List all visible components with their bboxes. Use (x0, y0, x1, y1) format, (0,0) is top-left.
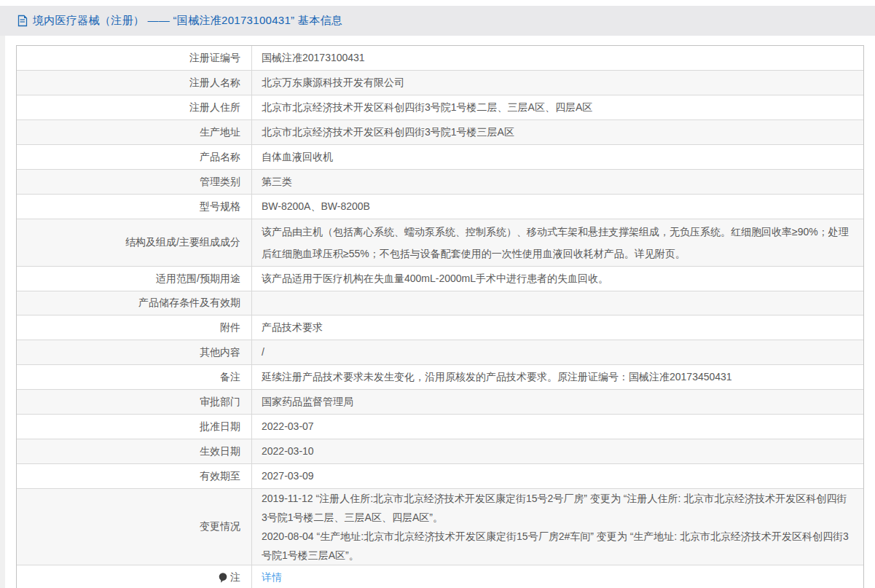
row-label: 备注 (17, 365, 252, 389)
page-title: 境内医疗器械（注册） —— “国械注准20173100431” 基本信息 (33, 14, 342, 28)
row-label: 产品名称 (17, 145, 252, 169)
balloon-icon (219, 573, 227, 584)
row-label-text: 注 (230, 571, 240, 584)
row-value: 该产品由主机（包括离心系统、蠕动泵系统、控制系统）、移动式车架和悬挂支撑架组成，… (252, 219, 863, 266)
table-row-expiry-date: 有效期至 2027-03-09 (17, 464, 863, 489)
row-label: 有效期至 (17, 464, 252, 488)
document-icon (17, 15, 28, 27)
row-value: 2027-03-09 (252, 464, 863, 488)
row-label: 生产地址 (17, 120, 252, 144)
row-label: 其他内容 (17, 340, 252, 364)
row-value: 延续注册产品技术要求未发生变化，沿用原核发的产品技术要求。原注册证编号：国械注准… (252, 365, 863, 389)
row-value: 该产品适用于医疗机构在失血量400mL-2000mL手术中进行患者的失血回收。 (252, 267, 863, 291)
table-row-change-history: 变更情况 2019-11-12 “注册人住所:北京市北京经济技术开发区康定街15… (17, 489, 863, 565)
table-row-other-content: 其他内容 / (17, 340, 863, 365)
row-label: 产品储存条件及有效期 (17, 291, 252, 315)
row-label: 适用范围/预期用途 (17, 267, 252, 291)
table-row-management-class: 管理类别 第三类 (17, 170, 863, 195)
row-label: 型号规格 (17, 195, 252, 219)
table-row-reg-number: 注册证编号 国械注准20173100431 (17, 46, 863, 71)
page-left-strip (0, 6, 5, 588)
table-row-structure-composition: 结构及组成/主要组成成分 该产品由主机（包括离心系统、蠕动泵系统、控制系统）、移… (17, 219, 863, 267)
row-label: 附件 (17, 315, 252, 340)
table-row-approval-date: 批准日期 2022-03-07 (17, 415, 863, 439)
row-label: 结构及组成/主要组成成分 (17, 219, 252, 266)
table-row-product-name: 产品名称 自体血液回收机 (17, 145, 863, 170)
row-value (252, 291, 863, 315)
registration-info-table: 注册证编号 国械注准20173100431 注册人名称 北京万东康源科技开发有限… (16, 45, 864, 588)
table-row-registrant-name: 注册人名称 北京万东康源科技开发有限公司 (17, 71, 863, 95)
row-label: 变更情况 (17, 489, 252, 565)
row-value: 2022-03-10 (252, 439, 863, 463)
table-row-effective-date: 生效日期 2022-03-10 (17, 439, 863, 464)
row-value: 2022-03-07 (252, 415, 863, 439)
table-row-note: 注 详情 (17, 565, 863, 588)
table-row-intended-use: 适用范围/预期用途 该产品适用于医疗机构在失血量400mL-2000mL手术中进… (17, 267, 863, 291)
row-value: 详情 (252, 565, 863, 588)
row-value: 自体血液回收机 (252, 145, 863, 169)
row-label: 审批部门 (17, 390, 252, 414)
row-value: 2019-11-12 “注册人住所:北京市北京经济技术开发区康定街15号2号厂房… (252, 489, 863, 565)
row-label: 注册人住所 (17, 95, 252, 119)
row-value: 国家药品监督管理局 (252, 390, 863, 414)
row-value: 第三类 (252, 170, 863, 194)
row-value: 北京市北京经济技术开发区科创四街3号院1号楼二层、三层A区、四层A区 (252, 95, 863, 119)
table-row-storage-conditions: 产品储存条件及有效期 (17, 291, 863, 315)
table-row-attachments: 附件 产品技术要求 (17, 315, 863, 340)
row-value: 北京市北京经济技术开发区科创四街3号院1号楼三层A区 (252, 120, 863, 144)
row-label: 注 (17, 565, 252, 588)
row-label: 注册证编号 (17, 46, 252, 70)
details-link[interactable]: 详情 (262, 570, 282, 585)
row-label: 生效日期 (17, 439, 252, 463)
page-header: 境内医疗器械（注册） —— “国械注准20173100431” 基本信息 (0, 6, 875, 36)
row-value: BW-8200A、BW-8200B (252, 195, 863, 219)
table-row-registrant-address: 注册人住所 北京市北京经济技术开发区科创四街3号院1号楼二层、三层A区、四层A区 (17, 95, 863, 120)
row-value: 北京万东康源科技开发有限公司 (252, 71, 863, 95)
row-label: 注册人名称 (17, 71, 252, 95)
row-value: 产品技术要求 (252, 315, 863, 340)
table-row-remarks: 备注 延续注册产品技术要求未发生变化，沿用原核发的产品技术要求。原注册证编号：国… (17, 365, 863, 390)
table-row-model-spec: 型号规格 BW-8200A、BW-8200B (17, 195, 863, 219)
table-row-approval-department: 审批部门 国家药品监督管理局 (17, 390, 863, 415)
row-label: 管理类别 (17, 170, 252, 194)
row-value: 国械注准20173100431 (252, 46, 863, 70)
table-row-production-address: 生产地址 北京市北京经济技术开发区科创四街3号院1号楼三层A区 (17, 120, 863, 145)
row-label: 批准日期 (17, 415, 252, 439)
row-value: / (252, 340, 863, 364)
